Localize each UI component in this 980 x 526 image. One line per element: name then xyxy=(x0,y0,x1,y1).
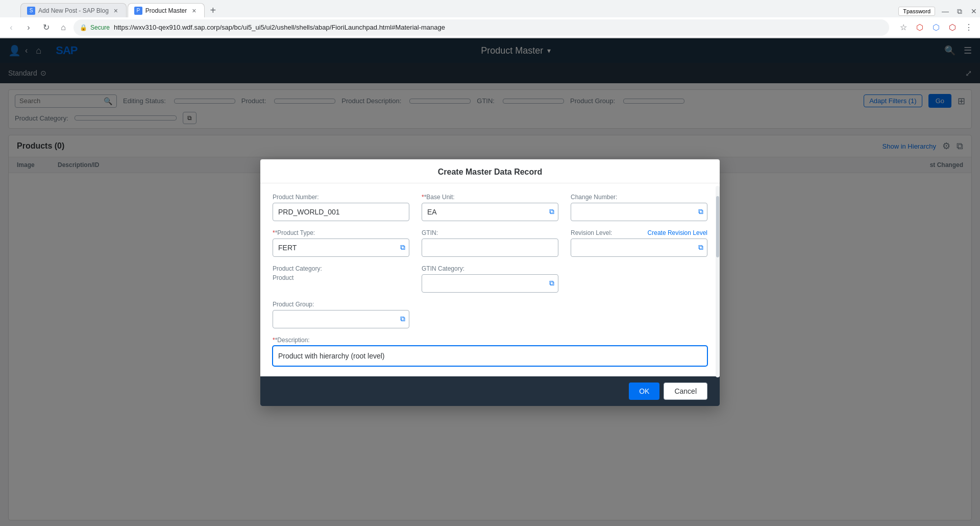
cancel-button[interactable]: Cancel xyxy=(664,382,707,400)
gtin-category-input-wrapper: ⧉ xyxy=(422,274,558,293)
tab1-favicon: S xyxy=(27,7,35,15)
description-group: **Description: xyxy=(273,337,707,366)
window-controls: Tpassword — ⧉ ✕ xyxy=(898,5,980,17)
revision-level-label: Revision Level: Create Revision Level xyxy=(571,229,707,236)
minimize-button[interactable]: — xyxy=(939,5,951,17)
home-button[interactable]: ⌂ xyxy=(56,20,70,35)
create-record-dialog: Create Master Data Record Product Number… xyxy=(260,159,720,406)
revision-level-input[interactable] xyxy=(571,238,707,257)
change-number-label: Change Number: xyxy=(571,194,707,201)
description-label: **Description: xyxy=(273,337,707,344)
revision-level-copy-icon[interactable]: ⧉ xyxy=(698,243,703,252)
password-button[interactable]: Tpassword xyxy=(898,7,935,16)
product-type-group: **Product Type: ⧉ xyxy=(273,229,409,257)
product-category-group: Product Category: Product xyxy=(273,265,409,293)
base-unit-group: **Base Unit: ⧉ xyxy=(422,194,558,221)
base-unit-label: **Base Unit: xyxy=(422,194,558,201)
gtin-group: GTIN: xyxy=(422,229,558,257)
product-type-input-wrapper: ⧉ xyxy=(273,238,409,257)
close-button[interactable]: ✕ xyxy=(968,5,980,17)
description-input[interactable] xyxy=(273,346,707,366)
product-group-copy-icon[interactable]: ⧉ xyxy=(400,315,405,323)
gtin-category-input[interactable] xyxy=(422,274,558,293)
tab-product-master[interactable]: P Product Master × xyxy=(128,3,205,17)
product-sub-label: Product xyxy=(273,274,409,281)
product-number-label: Product Number: xyxy=(273,194,409,201)
nav-right-icons: ☆ ⬡ ⬡ ⬡ ⋮ xyxy=(896,20,976,35)
ok-button[interactable]: OK xyxy=(629,382,659,400)
create-revision-link[interactable]: Create Revision Level xyxy=(648,229,707,236)
dialog-scrollbar[interactable] xyxy=(716,186,720,377)
forward-button[interactable]: › xyxy=(21,20,36,35)
empty-group3 xyxy=(571,301,707,328)
empty-group2 xyxy=(422,301,558,328)
extension-button1[interactable]: ⬡ xyxy=(913,20,927,35)
base-unit-input-wrapper: ⧉ xyxy=(422,203,558,221)
restore-button[interactable]: ⧉ xyxy=(953,5,966,17)
tab2-close[interactable]: × xyxy=(190,7,198,15)
base-unit-input[interactable] xyxy=(422,203,558,221)
product-number-group: Product Number: xyxy=(273,194,409,221)
product-type-input[interactable] xyxy=(273,238,409,257)
revision-level-input-wrapper: ⧉ xyxy=(571,238,707,257)
extension-button2[interactable]: ⬡ xyxy=(929,20,943,35)
dialog-footer: OK Cancel xyxy=(260,376,720,406)
product-group-dialog-label: Product Group: xyxy=(273,301,409,308)
bookmark-button[interactable]: ☆ xyxy=(896,20,911,35)
product-category-field-label: Product Category: xyxy=(273,265,409,272)
back-button[interactable]: ‹ xyxy=(4,20,18,35)
tab1-close[interactable]: × xyxy=(112,7,120,15)
product-number-input[interactable] xyxy=(273,203,409,221)
product-group-dialog-input-wrapper: ⧉ xyxy=(273,310,409,328)
revision-level-group: Revision Level: Create Revision Level ⧉ xyxy=(571,229,707,257)
url-display: https://wxv310-qex910.wdf.sap.corp/sap/b… xyxy=(114,23,883,31)
more-button[interactable]: ⋮ xyxy=(962,20,976,35)
tab2-favicon: P xyxy=(134,7,142,15)
gtin-category-group: GTIN Category: ⧉ xyxy=(422,265,558,293)
extension-button3[interactable]: ⬡ xyxy=(945,20,960,35)
dialog-title: Create Master Data Record xyxy=(260,159,720,183)
tab2-label: Product Master xyxy=(145,7,187,14)
browser-tabs: S Add New Post - SAP Blog × P Product Ma… xyxy=(0,0,980,17)
form-grid: Product Number: **Base Unit: ⧉ Cha xyxy=(273,194,707,366)
gtin-field-label: GTIN: xyxy=(422,229,558,236)
sap-app: 👤 ‹ ⌂ SAP Product Master ▾ 🔍 ☰ Standard … xyxy=(0,38,980,526)
product-type-copy-icon[interactable]: ⧉ xyxy=(400,243,405,252)
change-number-input[interactable] xyxy=(571,203,707,221)
tab1-label: Add New Post - SAP Blog xyxy=(38,7,109,14)
product-group-dialog-input[interactable] xyxy=(273,310,409,328)
dialog-body: Product Number: **Base Unit: ⧉ Cha xyxy=(260,183,720,376)
gtin-category-copy-icon[interactable]: ⧉ xyxy=(549,279,554,288)
tab-sap-blog[interactable]: S Add New Post - SAP Blog × xyxy=(20,3,127,17)
product-type-label: **Product Type: xyxy=(273,229,409,236)
gtin-input[interactable] xyxy=(422,238,558,257)
change-number-group: Change Number: ⧉ xyxy=(571,194,707,221)
browser-chrome: S Add New Post - SAP Blog × P Product Ma… xyxy=(0,0,980,38)
modal-overlay: Create Master Data Record Product Number… xyxy=(0,38,980,526)
change-number-input-wrapper: ⧉ xyxy=(571,203,707,221)
gtin-category-label: GTIN Category: xyxy=(422,265,558,272)
dialog-scroll-thumb xyxy=(716,196,719,257)
new-tab-button[interactable]: + xyxy=(206,3,220,17)
secure-icon: 🔒 xyxy=(80,24,87,31)
base-unit-copy-icon[interactable]: ⧉ xyxy=(549,207,554,216)
browser-nav: ‹ › ↻ ⌂ 🔒 Secure https://wxv310-qex910.w… xyxy=(0,17,980,38)
change-number-copy-icon[interactable]: ⧉ xyxy=(698,207,703,216)
secure-text: Secure xyxy=(90,24,110,31)
refresh-button[interactable]: ↻ xyxy=(39,20,53,35)
empty-group xyxy=(571,265,707,293)
address-bar[interactable]: 🔒 Secure https://wxv310-qex910.wdf.sap.c… xyxy=(74,19,889,36)
product-group-dialog-group: Product Group: ⧉ xyxy=(273,301,409,328)
